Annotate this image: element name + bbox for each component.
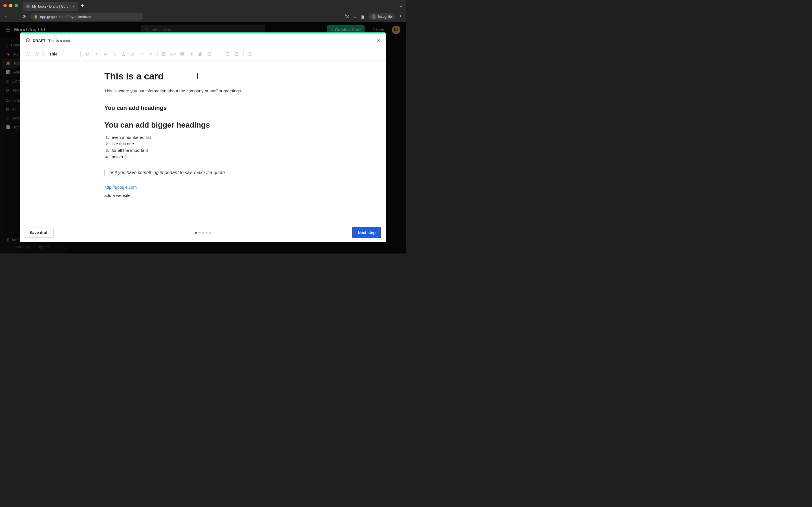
underline-button[interactable]: U bbox=[101, 50, 109, 58]
draft-badge: DRAFT bbox=[33, 39, 46, 43]
video-button[interactable] bbox=[169, 50, 177, 58]
modal-footer: Save draft Next step bbox=[20, 223, 386, 242]
create-card-label: Create a Card bbox=[335, 27, 361, 32]
trial-link[interactable]: ✦30 trial days left • Upgrade bbox=[6, 243, 62, 251]
list-item[interactable]: even a numbered list bbox=[104, 134, 296, 140]
star-icon[interactable]: ☆ bbox=[353, 14, 357, 19]
browser-url-bar: ← → ⟳ 🔒 app.getguru.com/mytasks/drafts ☆… bbox=[0, 11, 406, 22]
style-select-value: Title bbox=[49, 52, 57, 56]
tab-favicon-icon: G bbox=[26, 4, 30, 8]
breadcrumb-title: This is a card bbox=[49, 39, 70, 43]
body-paragraph[interactable]: This is where you put information about … bbox=[104, 88, 296, 94]
template-icon: 📄 bbox=[6, 125, 10, 129]
incognito-icon bbox=[371, 14, 376, 19]
undo-button[interactable] bbox=[24, 50, 32, 58]
window-minimize-button[interactable] bbox=[9, 4, 12, 7]
image-button[interactable] bbox=[160, 50, 168, 58]
user-avatar[interactable]: DJ bbox=[392, 25, 400, 34]
hamburger-icon[interactable]: ☰ bbox=[6, 27, 10, 33]
macos-traffic-lights bbox=[3, 4, 18, 7]
step-dot-3 bbox=[209, 232, 211, 234]
search-placeholder: Search for Cards bbox=[145, 27, 174, 32]
help-label: Help bbox=[376, 27, 384, 32]
close-button[interactable]: × bbox=[377, 37, 380, 44]
bell-icon: 🔔 bbox=[6, 61, 10, 65]
svg-rect-13 bbox=[226, 53, 229, 56]
divider-button[interactable] bbox=[214, 50, 222, 58]
step-connector bbox=[198, 232, 201, 233]
svg-rect-2 bbox=[122, 55, 125, 56]
new-tab-button[interactable]: + bbox=[81, 3, 84, 9]
guru-card-button[interactable] bbox=[206, 50, 213, 58]
home-icon: ⌂ bbox=[6, 43, 8, 47]
italic-button[interactable]: I bbox=[93, 50, 100, 58]
link-button[interactable] bbox=[188, 50, 195, 58]
toolbar-help-button[interactable] bbox=[246, 50, 254, 58]
lock-icon: 🔒 bbox=[34, 15, 38, 18]
toolbar-separator bbox=[80, 51, 81, 57]
code-button[interactable] bbox=[138, 50, 146, 58]
next-step-button[interactable]: Next step bbox=[352, 227, 381, 238]
iframe-button[interactable] bbox=[233, 50, 241, 58]
help-icon: ? bbox=[372, 27, 375, 32]
save-draft-button[interactable]: Save draft bbox=[25, 228, 54, 238]
address-bar[interactable]: 🔒 app.getguru.com/mytasks/drafts bbox=[31, 13, 143, 20]
cards-icon: 🗂 bbox=[6, 79, 10, 83]
sparkle-icon: ✦ bbox=[6, 245, 8, 249]
card-title[interactable]: This is a card bbox=[104, 71, 296, 82]
modal-header: DRAFT This is a card × bbox=[20, 34, 386, 48]
step-dot-2 bbox=[202, 232, 204, 234]
incognito-badge[interactable]: Incognito bbox=[368, 13, 395, 20]
blockquote[interactable]: or if you have something important to sa… bbox=[104, 170, 296, 176]
svg-rect-6 bbox=[181, 52, 184, 56]
style-select[interactable]: Title ⌄ bbox=[47, 51, 78, 57]
help-link[interactable]: ? Help bbox=[372, 27, 384, 32]
trial-label: 30 trial days left • Upgrade bbox=[11, 245, 50, 249]
heading-big[interactable]: You can add bigger headings bbox=[104, 121, 296, 129]
text-color-button[interactable] bbox=[119, 50, 128, 58]
table-button[interactable] bbox=[179, 50, 186, 58]
guru-icon: G bbox=[6, 116, 9, 120]
svg-point-1 bbox=[374, 17, 375, 17]
link-caption[interactable]: add a website bbox=[104, 193, 296, 198]
workspace-name: Mood Joy Ltd bbox=[14, 27, 45, 33]
svg-rect-5 bbox=[171, 53, 174, 55]
back-button[interactable]: ← bbox=[3, 14, 9, 19]
window-maximize-button[interactable] bbox=[15, 4, 18, 7]
incognito-label: Incognito bbox=[378, 15, 392, 18]
strikethrough-button[interactable]: S bbox=[110, 50, 118, 58]
svg-point-4 bbox=[163, 53, 164, 54]
plus-icon: + bbox=[331, 27, 333, 32]
step-connector bbox=[205, 232, 208, 233]
svg-point-0 bbox=[373, 17, 374, 17]
browser-tab[interactable]: G My Tasks - Drafts | Guru × bbox=[22, 2, 78, 11]
person-plus-icon: 👤 bbox=[6, 238, 10, 242]
window-close-button[interactable] bbox=[3, 4, 7, 7]
forward-button[interactable]: → bbox=[12, 14, 18, 19]
list-item[interactable]: like this one bbox=[104, 140, 296, 147]
attachment-button[interactable] bbox=[197, 50, 204, 58]
highlight-button[interactable] bbox=[129, 50, 137, 58]
tab-title: My Tasks - Drafts | Guru bbox=[32, 4, 68, 8]
tabs-dropdown-icon[interactable]: ⌄ bbox=[399, 3, 403, 8]
avatar-initials: DJ bbox=[394, 28, 398, 32]
embed-button[interactable] bbox=[223, 50, 232, 58]
redo-button[interactable] bbox=[33, 50, 41, 58]
list-item[interactable]: for all the important bbox=[104, 147, 296, 154]
bold-button[interactable]: B bbox=[84, 50, 91, 58]
card-editor-modal: DRAFT This is a card × Title ⌄ B I U S bbox=[20, 33, 386, 242]
numbered-list[interactable]: even a numbered list like this one for a… bbox=[104, 134, 296, 160]
list-item[interactable]: points :) bbox=[104, 154, 296, 160]
reload-button[interactable]: ⟳ bbox=[21, 14, 27, 19]
tab-close-icon[interactable]: × bbox=[72, 4, 75, 9]
browser-tab-bar: G My Tasks - Drafts | Guru × + ⌄ bbox=[0, 0, 406, 11]
clear-format-button[interactable] bbox=[147, 50, 154, 58]
hyperlink[interactable]: http://google.com bbox=[104, 185, 137, 189]
url-text: app.getguru.com/mytasks/drafts bbox=[40, 15, 92, 19]
kebab-menu-icon[interactable]: ⋮ bbox=[399, 14, 403, 19]
editor-canvas[interactable]: This is a card This is where you put inf… bbox=[20, 61, 386, 223]
heading-small[interactable]: You can add headings bbox=[104, 105, 296, 111]
eye-off-icon[interactable] bbox=[345, 14, 349, 19]
extensions-icon[interactable]: ▣ bbox=[361, 14, 364, 19]
grid-icon: ▦ bbox=[6, 107, 9, 111]
